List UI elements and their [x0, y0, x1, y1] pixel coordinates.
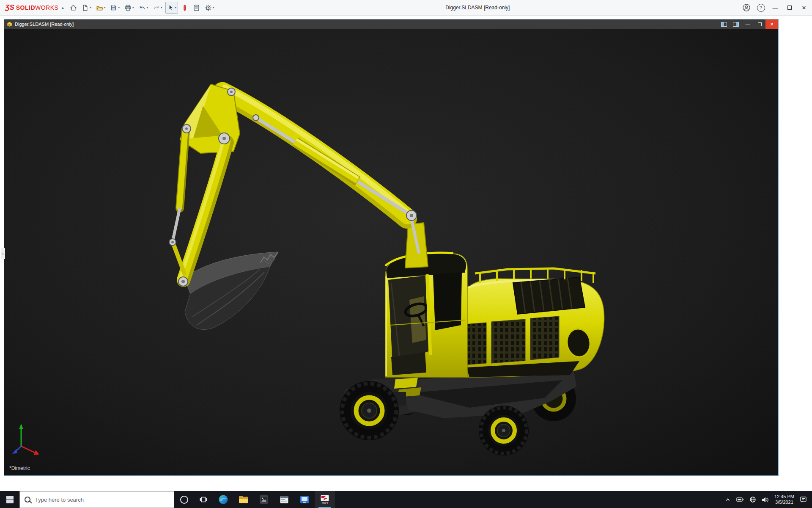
task-view-button[interactable]	[194, 491, 213, 508]
pane-toggle-button[interactable]	[730, 19, 742, 29]
taskbar-clock[interactable]: 12:45 PM 3/5/2021	[774, 494, 794, 505]
toolbar-flyout-chevron-icon[interactable]: ▸	[62, 6, 64, 10]
restore-icon	[787, 6, 792, 10]
maximize-button[interactable]	[782, 0, 797, 15]
battery-icon[interactable]	[736, 497, 744, 502]
wheel-rear	[479, 406, 529, 456]
volume-icon[interactable]	[762, 497, 769, 503]
screen: ƷS SOLIDWORKS ▸ ▾ ▾ ▾ ▾	[0, 0, 812, 508]
task-view-icon	[200, 496, 207, 503]
taskbar-search[interactable]	[19, 491, 174, 508]
pane-icon	[733, 22, 739, 27]
minimize-button[interactable]: —	[768, 0, 782, 15]
excavator-3d-model[interactable]	[4, 29, 778, 475]
action-center-icon[interactable]	[800, 496, 807, 503]
network-globe-icon[interactable]	[749, 496, 756, 503]
print-icon	[124, 4, 132, 11]
save-button[interactable]: ▾	[108, 2, 121, 14]
document-window-controls: — ✕	[718, 19, 778, 29]
solidworks-app-icon	[321, 495, 329, 501]
taskbar-app-edge[interactable]	[213, 491, 233, 508]
cab	[385, 253, 467, 377]
search-input[interactable]	[34, 496, 169, 503]
windows-taskbar: 2021 12:45 PM 3/5/2021	[0, 491, 812, 508]
main-titlebar: ƷS SOLIDWORKS ▸ ▾ ▾ ▾ ▾	[0, 0, 812, 16]
document-title: Digger.SLDASM [Read-only]	[15, 22, 74, 27]
file-explorer-icon	[239, 495, 249, 504]
taskbar-app-window[interactable]	[274, 491, 294, 508]
tray-time: 12:45 PM	[774, 494, 794, 500]
edge-browser-icon	[218, 494, 228, 505]
featuremanager-collapse-tab[interactable]: ‹	[1, 248, 5, 259]
display-pane-button[interactable]	[718, 19, 730, 29]
document-close-button[interactable]: ✕	[765, 19, 778, 29]
home-button[interactable]	[68, 2, 79, 14]
tray-date: 3/5/2021	[775, 500, 793, 505]
user-icon	[743, 4, 750, 11]
taskbar-app-photos[interactable]	[254, 491, 274, 508]
file-properties-icon	[193, 4, 200, 11]
tray-expand-chevron-icon[interactable]	[725, 497, 731, 502]
undo-button[interactable]: ▾	[137, 2, 150, 14]
document-restore-button[interactable]	[754, 19, 765, 29]
system-tray: 12:45 PM 3/5/2021	[725, 491, 812, 508]
gear-icon	[205, 4, 212, 11]
graphics-viewport[interactable]: *Dimetric	[4, 29, 778, 475]
app-window-icon	[280, 495, 289, 504]
main-window-controls: ? — ✕	[739, 0, 811, 15]
open-button[interactable]: ▾	[94, 2, 107, 14]
document-titlebar[interactable]: Digger.SLDASM [Read-only] — ✕	[4, 19, 778, 29]
select-button[interactable]: ▾	[165, 2, 178, 14]
new-document-button[interactable]: ▾	[80, 2, 93, 14]
start-button[interactable]	[0, 491, 19, 508]
cortana-button[interactable]	[174, 491, 194, 508]
windows-logo-icon	[6, 496, 14, 503]
document-minimize-button[interactable]: —	[742, 19, 754, 29]
quick-access-toolbar: ▾ ▾ ▾ ▾ ▾ ▾ ▾	[68, 2, 216, 14]
wheel-front	[340, 381, 399, 440]
cortana-icon	[180, 496, 188, 504]
options-button[interactable]: ▾	[203, 2, 216, 14]
upper-body	[454, 268, 604, 377]
assembly-document-icon	[7, 22, 12, 27]
save-icon	[110, 4, 117, 11]
file-properties-button[interactable]	[191, 2, 202, 14]
taskbar-app-file-explorer[interactable]	[233, 491, 254, 508]
photos-icon	[259, 495, 269, 504]
account-button[interactable]	[739, 0, 754, 15]
monitor-app-icon	[300, 495, 309, 504]
split-pane-icon	[721, 22, 727, 27]
document-window: Digger.SLDASM [Read-only] — ✕	[4, 19, 779, 476]
dassault-mark: ƷS	[5, 3, 14, 12]
window-title: Digger.SLDASM [Read-only]	[216, 5, 739, 11]
new-document-icon	[82, 4, 89, 11]
rebuild-button[interactable]	[179, 2, 190, 14]
home-icon	[70, 4, 77, 11]
solidworks-version-badge: 2021	[321, 502, 328, 505]
solidworks-logo: ƷS SOLIDWORKS	[5, 3, 58, 12]
select-cursor-icon	[167, 4, 174, 11]
close-button[interactable]: ✕	[797, 0, 811, 15]
view-orientation-label: *Dimetric	[9, 465, 30, 471]
help-button[interactable]: ?	[754, 0, 768, 15]
undo-icon	[139, 4, 146, 11]
search-icon	[25, 497, 30, 502]
taskbar-app-monitor[interactable]	[294, 491, 315, 508]
open-folder-icon	[96, 4, 103, 11]
rebuild-icon	[181, 4, 188, 11]
print-button[interactable]: ▾	[123, 2, 136, 14]
redo-button[interactable]: ▾	[151, 2, 164, 14]
redo-icon	[153, 4, 160, 11]
taskbar-app-solidworks[interactable]: 2021	[315, 491, 335, 508]
restore-icon	[758, 22, 762, 26]
